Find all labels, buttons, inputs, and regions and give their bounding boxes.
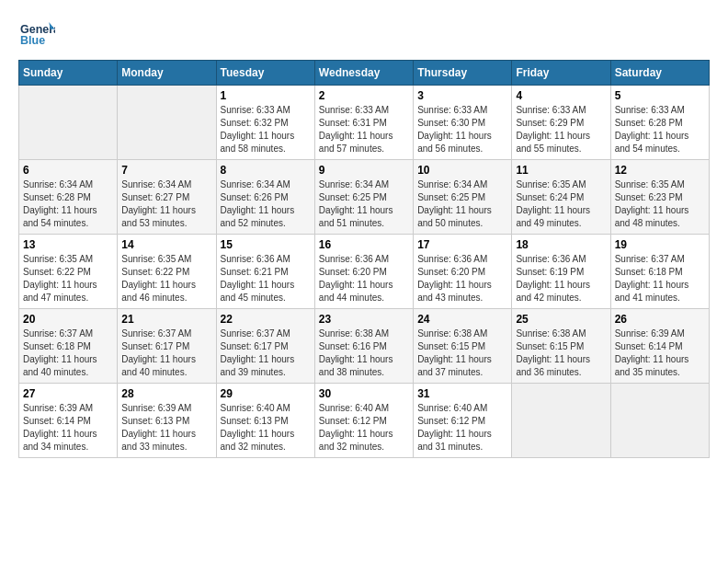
calendar-cell: 13Sunrise: 6:35 AMSunset: 6:22 PMDayligh… [19, 235, 118, 309]
calendar-cell [610, 384, 709, 458]
calendar-week-1: 1Sunrise: 6:33 AMSunset: 6:32 PMDaylight… [19, 86, 710, 160]
day-info: Sunrise: 6:33 AMSunset: 6:30 PMDaylight:… [417, 104, 507, 155]
calendar-cell: 2Sunrise: 6:33 AMSunset: 6:31 PMDaylight… [314, 86, 413, 160]
day-info: Sunrise: 6:40 AMSunset: 6:13 PMDaylight:… [221, 402, 311, 454]
calendar-cell: 31Sunrise: 6:40 AMSunset: 6:12 PMDayligh… [414, 384, 512, 458]
day-info: Sunrise: 6:38 AMSunset: 6:15 PMDaylight:… [417, 327, 507, 379]
calendar-cell: 17Sunrise: 6:36 AMSunset: 6:20 PMDayligh… [414, 235, 512, 309]
day-info: Sunrise: 6:36 AMSunset: 6:21 PMDaylight:… [221, 253, 311, 304]
day-info: Sunrise: 6:33 AMSunset: 6:28 PMDaylight:… [615, 104, 705, 155]
calendar-cell: 12Sunrise: 6:35 AMSunset: 6:23 PMDayligh… [610, 160, 709, 235]
day-info: Sunrise: 6:35 AMSunset: 6:23 PMDaylight:… [615, 178, 705, 230]
calendar-cell: 24Sunrise: 6:38 AMSunset: 6:15 PMDayligh… [414, 309, 512, 384]
day-info: Sunrise: 6:40 AMSunset: 6:12 PMDaylight:… [319, 402, 409, 454]
day-info: Sunrise: 6:35 AMSunset: 6:22 PMDaylight:… [121, 253, 211, 304]
calendar-cell: 14Sunrise: 6:35 AMSunset: 6:22 PMDayligh… [118, 235, 216, 309]
calendar-cell [512, 384, 610, 458]
calendar-body: 1Sunrise: 6:33 AMSunset: 6:32 PMDaylight… [19, 86, 710, 458]
calendar-cell: 4Sunrise: 6:33 AMSunset: 6:29 PMDaylight… [512, 86, 610, 160]
calendar-cell: 22Sunrise: 6:37 AMSunset: 6:17 PMDayligh… [216, 309, 314, 384]
day-number: 4 [516, 89, 606, 102]
weekday-header-thursday: Thursday [414, 61, 512, 86]
day-number: 10 [417, 164, 507, 177]
day-info: Sunrise: 6:34 AMSunset: 6:25 PMDaylight:… [319, 178, 409, 230]
day-number: 22 [221, 313, 311, 326]
day-number: 15 [221, 238, 311, 251]
day-info: Sunrise: 6:34 AMSunset: 6:26 PMDaylight:… [221, 178, 311, 230]
weekday-header-saturday: Saturday [610, 61, 709, 86]
day-number: 17 [417, 238, 507, 251]
calendar-cell: 20Sunrise: 6:37 AMSunset: 6:18 PMDayligh… [19, 309, 118, 384]
calendar-cell: 30Sunrise: 6:40 AMSunset: 6:12 PMDayligh… [314, 384, 413, 458]
calendar-cell: 18Sunrise: 6:36 AMSunset: 6:19 PMDayligh… [512, 235, 610, 309]
day-info: Sunrise: 6:37 AMSunset: 6:17 PMDaylight:… [221, 327, 311, 379]
weekday-header-wednesday: Wednesday [314, 61, 413, 86]
day-info: Sunrise: 6:39 AMSunset: 6:13 PMDaylight:… [121, 402, 211, 454]
calendar-week-5: 27Sunrise: 6:39 AMSunset: 6:14 PMDayligh… [19, 384, 710, 458]
day-info: Sunrise: 6:33 AMSunset: 6:32 PMDaylight:… [221, 104, 311, 155]
day-number: 8 [221, 164, 311, 177]
logo-icon: General Blue [18, 18, 55, 51]
page-header: General Blue [18, 18, 710, 51]
calendar-cell: 25Sunrise: 6:38 AMSunset: 6:15 PMDayligh… [512, 309, 610, 384]
day-info: Sunrise: 6:36 AMSunset: 6:19 PMDaylight:… [516, 253, 606, 304]
day-info: Sunrise: 6:35 AMSunset: 6:24 PMDaylight:… [516, 178, 606, 230]
calendar-cell: 23Sunrise: 6:38 AMSunset: 6:16 PMDayligh… [314, 309, 413, 384]
day-number: 24 [417, 313, 507, 326]
day-number: 1 [221, 89, 311, 102]
day-info: Sunrise: 6:40 AMSunset: 6:12 PMDaylight:… [417, 402, 507, 454]
weekday-header-tuesday: Tuesday [216, 61, 314, 86]
day-number: 25 [516, 313, 606, 326]
weekday-header-monday: Monday [118, 61, 216, 86]
day-number: 16 [319, 238, 409, 251]
logo: General Blue [18, 18, 59, 51]
calendar-cell: 1Sunrise: 6:33 AMSunset: 6:32 PMDaylight… [216, 86, 314, 160]
weekday-header-sunday: Sunday [19, 61, 118, 86]
calendar-cell: 10Sunrise: 6:34 AMSunset: 6:25 PMDayligh… [414, 160, 512, 235]
day-info: Sunrise: 6:37 AMSunset: 6:18 PMDaylight:… [23, 327, 113, 379]
day-info: Sunrise: 6:39 AMSunset: 6:14 PMDaylight:… [23, 402, 113, 454]
day-info: Sunrise: 6:33 AMSunset: 6:31 PMDaylight:… [319, 104, 409, 155]
day-number: 28 [121, 387, 211, 400]
day-number: 29 [221, 387, 311, 400]
calendar-header-row: SundayMondayTuesdayWednesdayThursdayFrid… [19, 61, 710, 86]
day-number: 27 [23, 387, 113, 400]
day-number: 5 [615, 89, 705, 102]
day-number: 19 [615, 238, 705, 251]
calendar-cell: 16Sunrise: 6:36 AMSunset: 6:20 PMDayligh… [314, 235, 413, 309]
calendar-cell: 26Sunrise: 6:39 AMSunset: 6:14 PMDayligh… [610, 309, 709, 384]
calendar-table: SundayMondayTuesdayWednesdayThursdayFrid… [18, 60, 710, 458]
day-number: 23 [319, 313, 409, 326]
calendar-cell: 29Sunrise: 6:40 AMSunset: 6:13 PMDayligh… [216, 384, 314, 458]
calendar-cell: 21Sunrise: 6:37 AMSunset: 6:17 PMDayligh… [118, 309, 216, 384]
day-number: 20 [23, 313, 113, 326]
day-info: Sunrise: 6:39 AMSunset: 6:14 PMDaylight:… [615, 327, 705, 379]
day-number: 9 [319, 164, 409, 177]
day-number: 2 [319, 89, 409, 102]
calendar-cell: 5Sunrise: 6:33 AMSunset: 6:28 PMDaylight… [610, 86, 709, 160]
calendar-cell: 28Sunrise: 6:39 AMSunset: 6:13 PMDayligh… [118, 384, 216, 458]
day-number: 7 [121, 164, 211, 177]
day-info: Sunrise: 6:36 AMSunset: 6:20 PMDaylight:… [319, 253, 409, 304]
svg-text:Blue: Blue [20, 34, 45, 47]
day-info: Sunrise: 6:36 AMSunset: 6:20 PMDaylight:… [417, 253, 507, 304]
day-number: 14 [121, 238, 211, 251]
calendar-week-4: 20Sunrise: 6:37 AMSunset: 6:18 PMDayligh… [19, 309, 710, 384]
day-number: 12 [615, 164, 705, 177]
day-number: 26 [615, 313, 705, 326]
day-number: 30 [319, 387, 409, 400]
day-number: 21 [121, 313, 211, 326]
day-info: Sunrise: 6:35 AMSunset: 6:22 PMDaylight:… [23, 253, 113, 304]
calendar-week-2: 6Sunrise: 6:34 AMSunset: 6:28 PMDaylight… [19, 160, 710, 235]
day-info: Sunrise: 6:33 AMSunset: 6:29 PMDaylight:… [516, 104, 606, 155]
calendar-week-3: 13Sunrise: 6:35 AMSunset: 6:22 PMDayligh… [19, 235, 710, 309]
weekday-header-friday: Friday [512, 61, 610, 86]
day-info: Sunrise: 6:37 AMSunset: 6:18 PMDaylight:… [615, 253, 705, 304]
day-info: Sunrise: 6:37 AMSunset: 6:17 PMDaylight:… [121, 327, 211, 379]
calendar-cell: 6Sunrise: 6:34 AMSunset: 6:28 PMDaylight… [19, 160, 118, 235]
calendar-cell: 11Sunrise: 6:35 AMSunset: 6:24 PMDayligh… [512, 160, 610, 235]
day-number: 18 [516, 238, 606, 251]
calendar-cell [118, 86, 216, 160]
day-number: 3 [417, 89, 507, 102]
calendar-cell: 19Sunrise: 6:37 AMSunset: 6:18 PMDayligh… [610, 235, 709, 309]
